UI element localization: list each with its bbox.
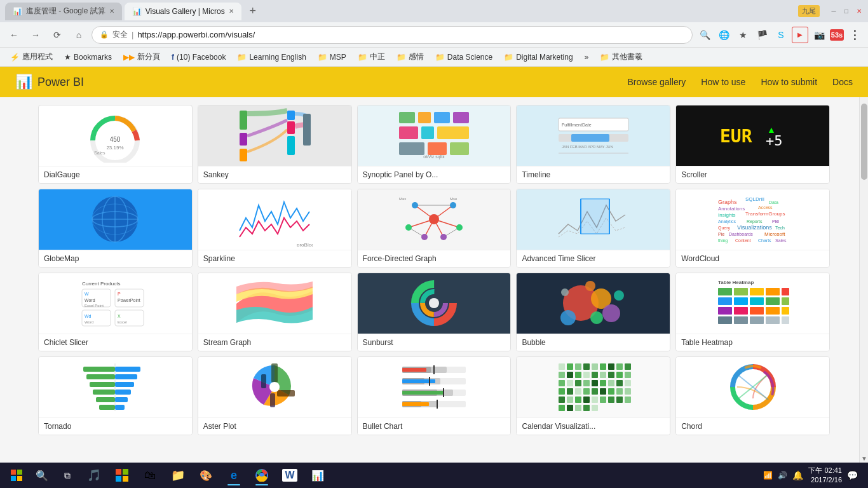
scrollbar-track[interactable]: ▼	[859, 97, 868, 463]
gallery-item-chord[interactable]: Chord	[675, 356, 830, 435]
video-icon[interactable]: ▶	[792, 27, 808, 43]
svg-rect-215	[575, 405, 581, 411]
svg-rect-115	[718, 297, 732, 305]
svg-rect-198	[583, 388, 590, 395]
svg-text:EUR: EUR	[720, 126, 752, 147]
svg-rect-201	[608, 388, 614, 395]
gallery-item-forcedirected[interactable]: Max Mse Force-Directed Graph	[357, 189, 512, 268]
refresh-button[interactable]: ⟳	[48, 26, 66, 44]
gallery-item-scroller[interactable]: EUR ▲ +5 Scroller	[675, 105, 830, 184]
gallery-item-streamgraph[interactable]: Stream Graph	[198, 273, 352, 351]
gallery-item-calendar[interactable]: Calendar Visualizati...	[516, 356, 670, 435]
gallery-item-bubble[interactable]: Bubble	[516, 273, 670, 351]
gallery-item-advtimeslicer[interactable]: Advanced Time Slicer	[516, 189, 670, 268]
bookmark-apps[interactable]: ⚡ 應用程式	[5, 50, 58, 64]
gallery-item-synoptic[interactable]: okViz sqlbi Synoptic Panel by O...	[357, 105, 512, 184]
tornado-preview	[39, 357, 192, 417]
taskbar-tray: 📶 🔊 🔔 下午 02:41 2017/2/16 💬	[763, 466, 863, 485]
forward-button[interactable]: →	[27, 26, 44, 44]
gallery-item-timeline[interactable]: FulfillmentDate JAN FEB MAR APR MAY JUN …	[516, 105, 670, 184]
gallery-item-tableheatmap[interactable]: Table Heatmap	[675, 273, 830, 351]
action-center-icon[interactable]: 💬	[847, 470, 858, 480]
more-icon[interactable]: ⋮	[846, 27, 863, 43]
bookmark-datascience[interactable]: 📁 Data Science	[430, 51, 498, 63]
svg-rect-222	[17, 476, 22, 481]
powerbi-logo[interactable]: 📊 Power BI	[15, 74, 84, 90]
taskbar-powerbi[interactable]: 📊	[305, 464, 330, 487]
camera-icon[interactable]: 📷	[811, 27, 827, 43]
bookmark-more[interactable]: »	[580, 51, 594, 63]
gallery-item-wordcloud[interactable]: Graphs SQLDrill Data Annotations Access …	[675, 189, 830, 268]
extension1-icon[interactable]: 🏴	[754, 27, 770, 43]
taskbar-store[interactable]: 🛍	[137, 464, 163, 487]
tab-close-1[interactable]: ✕	[109, 8, 114, 15]
svg-text:Table Heatmap: Table Heatmap	[718, 280, 754, 285]
taskview-button[interactable]: ⧉	[56, 464, 79, 487]
minimize-button[interactable]: ─	[830, 8, 837, 15]
gallery-item-sankey[interactable]: Sankey	[198, 105, 352, 184]
svg-rect-116	[734, 297, 748, 305]
taskbar-chrome[interactable]	[249, 464, 275, 487]
scrollbar-down-arrow[interactable]: ▼	[860, 454, 868, 463]
gallery-item-globemap[interactable]: GlobeMap	[38, 189, 193, 268]
svg-rect-146	[261, 374, 266, 388]
taskbar-paint[interactable]: 🎨	[193, 464, 219, 487]
bookmark-facebook[interactable]: f (10) Facebook	[166, 51, 231, 63]
scrollbar-thumb[interactable]	[861, 104, 867, 180]
gallery-item-bulletchart[interactable]: Bullet Chart	[357, 356, 512, 435]
tab-spreadsheet[interactable]: 📊 進度管理 - Google 試算 ✕	[5, 3, 122, 20]
gallery-item-sunburst[interactable]: Sunburst	[357, 273, 512, 351]
nav-how-to-submit[interactable]: How to submit	[761, 77, 817, 87]
nav-how-to-use[interactable]: How to use	[701, 77, 745, 87]
tab-powerbi[interactable]: 📊 Visuals Gallery | Micros ✕	[125, 3, 241, 20]
sound-icon: 🔊	[778, 471, 787, 480]
svg-text:Word: Word	[85, 298, 95, 302]
dialgauge-preview: 450 23.19% Sales	[39, 105, 192, 166]
taskbar-spotify[interactable]: 🎵	[81, 464, 107, 487]
svg-text:thing: thing	[718, 238, 728, 243]
nav-docs[interactable]: Docs	[832, 77, 853, 87]
taskbar-explorer[interactable]: 📁	[165, 464, 191, 487]
bookmark-learning-english[interactable]: 📁 Learning English	[232, 51, 311, 63]
svg-rect-161	[402, 391, 444, 395]
gallery-item-sparkline[interactable]: proBlogika Sparkline	[198, 189, 352, 268]
translate-icon[interactable]: 🌐	[715, 27, 732, 43]
bookmark-msp[interactable]: 📁 MSP	[313, 51, 351, 63]
search-icon[interactable]: 🔍	[696, 27, 713, 43]
notification-icon[interactable]: 🔔	[792, 470, 803, 480]
nav-browse-gallery[interactable]: Browse gallery	[628, 77, 686, 87]
bookmark-zhongzheng[interactable]: 📁 中正	[353, 50, 390, 64]
svg-point-103	[602, 304, 620, 322]
gallery-item-chiclet[interactable]: Current Products W Word Excel Point P Po…	[38, 273, 193, 351]
maximize-button[interactable]: □	[843, 8, 850, 15]
bookmark-other[interactable]: 📁 其他書羲	[595, 50, 648, 64]
home-button[interactable]: ⌂	[70, 26, 88, 44]
bookmark-digitalmarketing[interactable]: 📁 Digital Marketing	[499, 51, 578, 63]
taskbar-edge[interactable]: e	[221, 464, 247, 487]
timer-icon[interactable]: 53s	[830, 29, 844, 41]
taskbar-livetiles[interactable]	[109, 464, 135, 487]
wordcloud-label: WordCloud	[676, 250, 829, 267]
bookmark-new-tab[interactable]: ▶▶ 新分頁	[118, 50, 165, 64]
gallery-item-dialgauge[interactable]: 450 23.19% Sales DialGauge	[38, 105, 193, 184]
svg-rect-193	[616, 380, 623, 386]
skype-icon[interactable]: S	[773, 27, 789, 43]
taskbar-word[interactable]: W	[277, 464, 302, 487]
start-button[interactable]	[5, 464, 28, 487]
svg-rect-197	[575, 388, 581, 395]
new-tab-button[interactable]: +	[244, 3, 262, 20]
bookmark-bookmarks[interactable]: ★ Bookmarks	[59, 51, 117, 63]
tab-close-2[interactable]: ✕	[229, 8, 234, 15]
taskbar-search-button[interactable]: 🔍	[31, 464, 53, 487]
bookmark-feel[interactable]: 📁 感情	[391, 50, 429, 64]
gallery-item-tornado[interactable]: Tornado	[38, 356, 193, 435]
star-icon: ★	[64, 53, 71, 62]
address-bar[interactable]: 🔒 安全 | https://app.powerbi.com/visuals/	[92, 26, 693, 44]
svg-rect-211	[616, 396, 623, 403]
bookmark-star-icon[interactable]: ★	[735, 27, 751, 43]
back-button[interactable]: ←	[5, 26, 23, 44]
close-button[interactable]: ✕	[855, 8, 863, 15]
chiclet-label: Chiclet Slicer	[39, 334, 192, 351]
gallery-item-asterplot[interactable]: Aster Plot	[198, 356, 352, 435]
svg-rect-188	[575, 380, 581, 386]
